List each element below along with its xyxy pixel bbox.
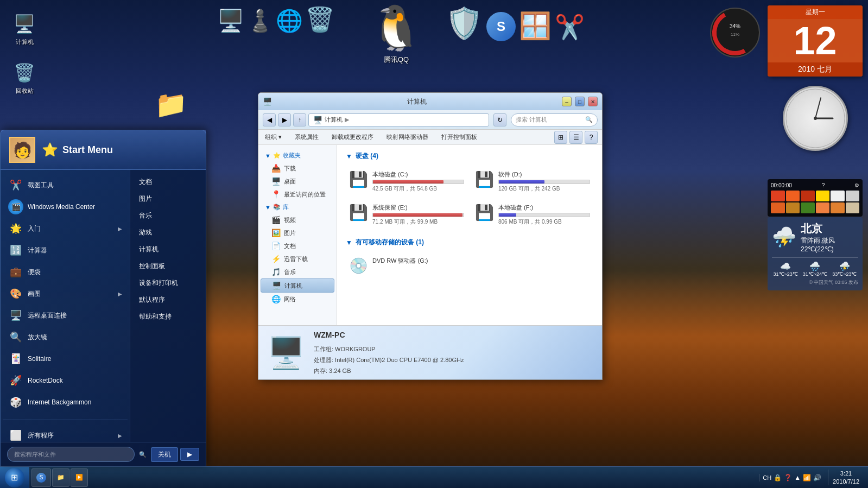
svg-text:11%: 11% (731, 32, 739, 37)
sidebar-computer[interactable]: 🖥️ 计算机 (261, 278, 334, 293)
dock-icon-windows[interactable]: 🪟 (519, 11, 552, 41)
tray-network-icon[interactable]: 📶 (803, 474, 811, 481)
search-icon[interactable]: 🔍 (139, 451, 147, 458)
close-button[interactable]: ✕ (588, 97, 598, 106)
libraries-header[interactable]: ▼ 📚 库 (261, 201, 334, 213)
drive-c-space: 42.5 GB 可用，共 54.8 GB (372, 185, 464, 193)
menu-item-wmc[interactable]: 🎬 Windows Media Center (3, 196, 128, 218)
tray-expand-icon[interactable]: ▲ (794, 474, 801, 481)
sidebar-desktop[interactable]: 🖥️ 桌面 (261, 175, 334, 188)
forecast-day-1: ☁️ 31℃~23℃ (772, 261, 799, 277)
clock-display[interactable]: 3:21 2010/7/12 (828, 470, 864, 485)
openControl-menu[interactable]: 打开控制面板 (439, 132, 479, 142)
right-item-devices[interactable]: 设备和打印机 (132, 275, 204, 291)
up-button[interactable]: ↑ (293, 113, 306, 126)
sidebar-videos[interactable]: 🎬 视频 (261, 213, 334, 226)
taskbar-app-media[interactable]: ▶️ (71, 468, 88, 487)
menu-item-screenshot[interactable]: ✂️ 截图工具 (3, 174, 128, 196)
right-item-control[interactable]: 控制面板 (132, 258, 204, 274)
favorites-header[interactable]: ▼ ⭐ 收藏夹 (261, 149, 334, 162)
dock-icon-sogou[interactable]: S (486, 12, 516, 41)
tray-ch[interactable]: CH (763, 474, 771, 481)
help-button[interactable]: ? (585, 131, 598, 144)
computer-sidebar-icon: 🖥️ (272, 281, 281, 290)
menu-item-briefcase[interactable]: 💼 便袋 (3, 261, 128, 283)
desktop-icon-computer[interactable]: 🖥️ 计算机 (5, 11, 43, 46)
maximize-button[interactable]: □ (575, 97, 585, 106)
drive-f[interactable]: 💾 本地磁盘 (F:) 806 MB 可用，共 0.99 GB (472, 200, 593, 229)
hard-drives-header[interactable]: ▼ 硬盘 (4) (341, 149, 598, 163)
right-item-music[interactable]: 音乐 (132, 208, 204, 224)
removable-header[interactable]: ▼ 有可移动存储的设备 (1) (341, 236, 598, 249)
all-programs-item[interactable]: ⬜ 所有程序 ▶ (3, 424, 128, 442)
menu-item-backgammon[interactable]: 🎲 Internet Backgammon (3, 391, 128, 413)
sidebar-music[interactable]: 🎵 音乐 (261, 265, 334, 278)
menu-item-calculator[interactable]: 🔢 计算器 (3, 239, 128, 261)
tray-help-icon[interactable]: ❓ (784, 474, 792, 481)
address-bar[interactable]: 🖥️ 计算机 ▶ (308, 113, 489, 126)
sidebar-network[interactable]: 🌐 网络 (261, 293, 334, 306)
taskbar-app-explorer[interactable]: 📁 (52, 468, 69, 487)
menu-item-rocketdock[interactable]: 🚀 RocketDock (3, 370, 128, 391)
right-item-computer[interactable]: 计算机 (132, 242, 204, 257)
dvd-drive[interactable]: 💿 DVD RW 驱动器 (G:) (346, 253, 593, 278)
drive-c[interactable]: 💾 本地磁盘 (C:) 42.5 GB 可用，共 54.8 GB (346, 167, 467, 196)
tray-lock-icon[interactable]: 🔒 (774, 474, 782, 481)
sidebar-documents[interactable]: 📄 文档 (261, 239, 334, 252)
start-button[interactable]: ⊞ (0, 467, 29, 489)
documents-icon: 📄 (271, 242, 281, 250)
menu-item-intro[interactable]: 🌟 入门 ▶ (3, 218, 128, 239)
search-bar[interactable]: 搜索 计算机 🔍 (511, 113, 598, 126)
uninstall-menu[interactable]: 卸载或更改程序 (330, 132, 376, 142)
back-button[interactable]: ◀ (263, 113, 276, 126)
properties-menu[interactable]: 系统属性 (293, 132, 321, 142)
game-help-icon[interactable]: ? (822, 182, 825, 188)
minimize-button[interactable]: – (562, 97, 572, 106)
mapDrive-menu[interactable]: 映射网络驱动器 (384, 132, 430, 142)
right-item-docs[interactable]: 文档 (132, 174, 204, 190)
drive-e[interactable]: 💾 系统保留 (E:) 71.2 MB 可用，共 99.9 MB (346, 200, 467, 229)
refresh-button[interactable]: ↻ (493, 113, 506, 126)
analog-clock-face (783, 86, 848, 151)
taskbar-right: CH 🔒 ❓ ▲ 📶 🔊 3:21 2010/7/12 (759, 470, 868, 485)
right-item-defaults[interactable]: 默认程序 (132, 292, 204, 308)
menu-item-solitaire[interactable]: 🃏 Solitaire (3, 348, 128, 370)
widget-calendar[interactable]: 星期一 12 2010 七月 (768, 5, 863, 77)
forward-button[interactable]: ▶ (278, 113, 291, 126)
sidebar-pictures[interactable]: 🖼️ 图片 (261, 226, 334, 239)
dock-icon-ie[interactable]: 🌐 (276, 8, 303, 34)
drive-e-icon: 💾 (349, 204, 368, 221)
shutdown-arrow-button[interactable]: ▶ (180, 448, 199, 461)
details-button[interactable]: ☰ (569, 131, 582, 144)
start-menu-header: 🧑 ⭐ Start Menu (1, 130, 206, 170)
shutdown-button[interactable]: 关机 (151, 447, 178, 462)
taskbar-app-sogou[interactable]: S (31, 468, 51, 487)
view-toggle-button[interactable]: ⊞ (554, 131, 567, 144)
desktop-icon-recycle[interactable]: 🗑️ 回收站 (5, 60, 43, 95)
menu-item-paint[interactable]: 🎨 画图 ▶ (3, 283, 128, 305)
sidebar-recent[interactable]: 📍 最近访问的位置 (261, 188, 334, 201)
dock-icon-shield[interactable]: 🛡️ (445, 5, 483, 41)
dock-icon-recycle[interactable]: 🗑️ (305, 5, 335, 34)
calendar-day-of-week: 星期一 (768, 5, 863, 19)
right-item-help[interactable]: 帮助和支持 (132, 309, 204, 325)
right-item-games[interactable]: 游戏 (132, 225, 204, 240)
minute-hand (815, 98, 821, 118)
menu-item-magnifier[interactable]: 🔍 放大镜 (3, 326, 128, 348)
forecast-day-3: ⛈️ 33℃~23℃ (831, 261, 858, 277)
right-item-pics[interactable]: 图片 (132, 191, 204, 207)
dock-icon-qq[interactable]: 🐧 腾讯QQ (369, 3, 423, 65)
dock-icon-scissors[interactable]: ✂️ (555, 13, 585, 41)
sidebar-downloads[interactable]: 📥 下载 (261, 162, 334, 175)
dock-icon-network[interactable]: 🖥️ (217, 8, 244, 34)
desktop-icon-folder[interactable]: 📁 (155, 90, 187, 122)
sidebar-thunder[interactable]: ⚡ 迅雷下载 (261, 252, 334, 265)
organize-menu[interactable]: 组织 ▾ (263, 132, 284, 142)
game-settings-icon[interactable]: ⚙ (854, 182, 859, 188)
drive-d[interactable]: 💾 软件 (D:) 120 GB 可用，共 242 GB (472, 167, 593, 196)
menu-item-remote[interactable]: 🖥️ 远程桌面连接 (3, 305, 128, 326)
taskbar-time: 3:21 (833, 470, 859, 477)
tray-volume-icon[interactable]: 🔊 (813, 474, 821, 481)
dock-icon-chess[interactable]: ♟️ (246, 8, 274, 34)
search-box[interactable]: 搜索程序和文件 (7, 447, 135, 462)
